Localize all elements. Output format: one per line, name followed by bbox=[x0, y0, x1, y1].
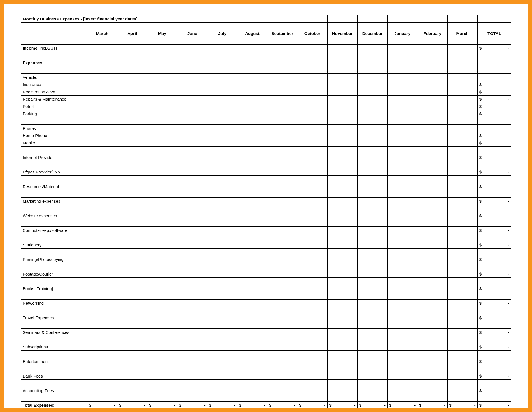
cell[interactable] bbox=[207, 96, 237, 103]
cell[interactable] bbox=[177, 45, 207, 52]
cell[interactable] bbox=[147, 365, 177, 372]
cell[interactable] bbox=[327, 285, 357, 292]
cell[interactable] bbox=[237, 329, 267, 336]
cell[interactable] bbox=[417, 74, 447, 81]
cell[interactable] bbox=[267, 88, 297, 96]
cell[interactable] bbox=[237, 241, 267, 249]
cell[interactable] bbox=[177, 52, 207, 59]
cell[interactable] bbox=[177, 176, 207, 183]
cell[interactable] bbox=[207, 132, 237, 139]
cell[interactable] bbox=[357, 219, 387, 227]
cell[interactable] bbox=[267, 241, 297, 249]
cell[interactable] bbox=[417, 110, 447, 117]
cell[interactable] bbox=[417, 139, 447, 147]
cell[interactable] bbox=[147, 161, 177, 168]
cell[interactable] bbox=[117, 205, 147, 212]
cell[interactable] bbox=[447, 205, 477, 212]
cell[interactable] bbox=[267, 278, 297, 285]
cell[interactable] bbox=[477, 249, 511, 256]
cell[interactable] bbox=[297, 96, 327, 103]
cell[interactable] bbox=[357, 205, 387, 212]
cell[interactable] bbox=[417, 321, 447, 329]
cell[interactable] bbox=[207, 168, 237, 176]
cell[interactable] bbox=[447, 23, 477, 30]
cell[interactable] bbox=[477, 66, 511, 74]
blank-label[interactable] bbox=[21, 351, 87, 358]
cell[interactable] bbox=[147, 321, 177, 329]
cell[interactable] bbox=[297, 37, 327, 45]
cell[interactable] bbox=[177, 300, 207, 307]
row-total-cell[interactable]: $- bbox=[477, 103, 511, 110]
cell[interactable] bbox=[117, 161, 147, 168]
cell[interactable] bbox=[117, 198, 147, 205]
row-total-cell[interactable]: $- bbox=[477, 343, 511, 351]
cell[interactable] bbox=[87, 336, 117, 343]
cell[interactable] bbox=[417, 15, 447, 23]
month-total-cell[interactable]: $- bbox=[117, 402, 147, 409]
cell[interactable] bbox=[388, 88, 417, 96]
cell[interactable] bbox=[177, 154, 207, 161]
cell[interactable] bbox=[177, 292, 207, 300]
cell[interactable] bbox=[147, 285, 177, 292]
cell[interactable] bbox=[357, 212, 387, 219]
cell[interactable] bbox=[237, 23, 267, 30]
cell[interactable] bbox=[87, 183, 117, 190]
cell[interactable] bbox=[388, 227, 417, 234]
cell[interactable] bbox=[477, 263, 511, 270]
cell[interactable] bbox=[417, 176, 447, 183]
cell[interactable] bbox=[297, 351, 327, 358]
cell[interactable] bbox=[267, 139, 297, 147]
cell[interactable] bbox=[117, 358, 147, 365]
cell[interactable] bbox=[147, 241, 177, 249]
cell[interactable] bbox=[327, 336, 357, 343]
cell[interactable] bbox=[447, 351, 477, 358]
cell[interactable] bbox=[477, 37, 511, 45]
cell[interactable] bbox=[447, 394, 477, 402]
cell[interactable] bbox=[477, 190, 511, 198]
cell[interactable] bbox=[267, 96, 297, 103]
cell[interactable] bbox=[447, 168, 477, 176]
cell[interactable] bbox=[297, 45, 327, 52]
cell[interactable] bbox=[477, 292, 511, 300]
cell[interactable] bbox=[357, 96, 387, 103]
cell[interactable] bbox=[357, 358, 387, 365]
cell[interactable] bbox=[297, 132, 327, 139]
cell[interactable] bbox=[357, 343, 387, 351]
cell[interactable] bbox=[87, 103, 117, 110]
cell[interactable] bbox=[447, 219, 477, 227]
cell[interactable] bbox=[297, 292, 327, 300]
cell[interactable] bbox=[87, 139, 117, 147]
cell[interactable] bbox=[297, 300, 327, 307]
cell[interactable] bbox=[417, 125, 447, 132]
cell[interactable] bbox=[87, 81, 117, 88]
cell[interactable] bbox=[237, 336, 267, 343]
cell[interactable] bbox=[357, 88, 387, 96]
cell[interactable] bbox=[147, 176, 177, 183]
cell[interactable] bbox=[417, 343, 447, 351]
cell[interactable] bbox=[357, 278, 387, 285]
cell[interactable] bbox=[207, 249, 237, 256]
cell[interactable] bbox=[237, 270, 267, 278]
cell[interactable] bbox=[388, 45, 417, 52]
cell[interactable] bbox=[388, 394, 417, 402]
cell[interactable] bbox=[327, 23, 357, 30]
cell[interactable] bbox=[147, 59, 177, 66]
cell[interactable] bbox=[207, 190, 237, 198]
cell[interactable] bbox=[87, 147, 117, 154]
cell[interactable] bbox=[237, 256, 267, 263]
cell[interactable] bbox=[477, 176, 511, 183]
cell[interactable] bbox=[177, 103, 207, 110]
cell[interactable] bbox=[327, 307, 357, 314]
cell[interactable] bbox=[177, 66, 207, 74]
cell[interactable] bbox=[447, 387, 477, 394]
cell[interactable] bbox=[447, 147, 477, 154]
cell[interactable] bbox=[117, 59, 147, 66]
cell[interactable] bbox=[87, 52, 117, 59]
cell[interactable] bbox=[117, 45, 147, 52]
cell[interactable] bbox=[447, 227, 477, 234]
cell[interactable] bbox=[267, 343, 297, 351]
cell[interactable] bbox=[237, 74, 267, 81]
cell[interactable] bbox=[388, 300, 417, 307]
cell[interactable] bbox=[207, 103, 237, 110]
cell[interactable] bbox=[267, 358, 297, 365]
